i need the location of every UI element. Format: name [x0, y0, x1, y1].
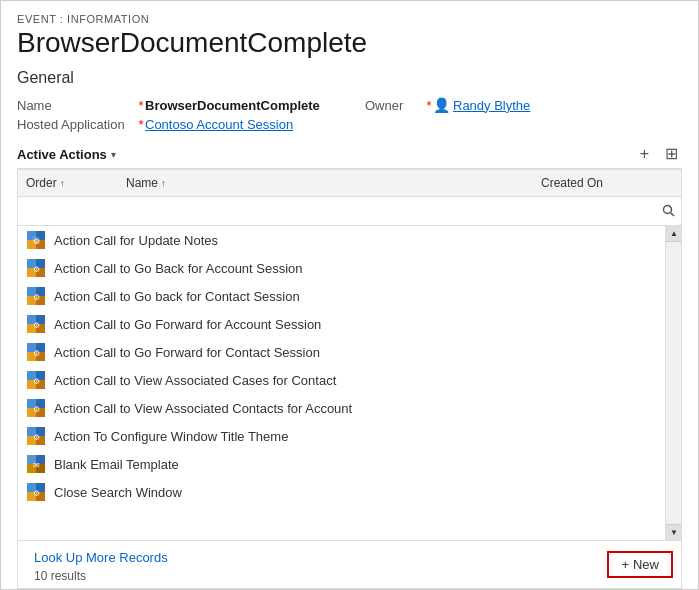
page-container: EVENT : INFORMATION BrowserDocumentCompl…	[0, 0, 699, 590]
table-header: Order ↑ Name ↑ Created On	[18, 170, 681, 197]
th-name: Name ↑	[118, 174, 533, 192]
list-item[interactable]: ⚙ Action To Configure Window Title Theme	[18, 422, 665, 450]
action-icon: ⚙	[26, 314, 46, 334]
active-actions-right: + ⊞	[636, 144, 682, 164]
action-icon: ⚙	[26, 426, 46, 446]
form-grid: Name * BrowserDocumentComplete Owner * 👤…	[17, 97, 682, 132]
svg-text:⚙: ⚙	[33, 237, 40, 246]
list-item[interactable]: ⚙ Action Call to Go back for Contact Ses…	[18, 282, 665, 310]
grid-icon-button[interactable]: ⊞	[661, 144, 682, 164]
svg-text:⚙: ⚙	[33, 405, 40, 414]
name-label: Name	[17, 98, 137, 113]
add-icon-button[interactable]: +	[636, 144, 653, 164]
scroll-down-button[interactable]: ▼	[666, 524, 681, 540]
lookup-more-link[interactable]: Look Up More Records	[26, 546, 176, 569]
th-extra	[663, 174, 681, 192]
list-item[interactable]: ⚙ Action Call to Go Back for Account Ses…	[18, 254, 665, 282]
active-actions-label: Active Actions	[17, 147, 107, 162]
owner-name[interactable]: Randy Blythe	[453, 98, 682, 113]
list-item[interactable]: ✉ Blank Email Template	[18, 450, 665, 478]
list-item[interactable]: ⚙ Action Call to View Associated Contact…	[18, 394, 665, 422]
svg-text:⚙: ⚙	[33, 293, 40, 302]
th-order: Order ↑	[18, 174, 118, 192]
owner-required: *	[426, 98, 431, 113]
hosted-app-link[interactable]: Contoso Account Session	[145, 117, 365, 132]
active-actions-left: Active Actions ▾	[17, 147, 116, 162]
section-title: General	[17, 69, 682, 87]
list-item[interactable]: ⚙ Close Search Window	[18, 478, 665, 506]
page-title: BrowserDocumentComplete	[17, 27, 682, 59]
list-item[interactable]: ⚙ Action Call to View Associated Cases f…	[18, 366, 665, 394]
svg-line-1	[671, 213, 675, 217]
list-item[interactable]: ⚙ Action Call for Update Notes	[18, 226, 665, 254]
svg-text:✉: ✉	[33, 461, 40, 470]
action-icon: ⚙	[26, 342, 46, 362]
action-icon: ⚙	[26, 482, 46, 502]
svg-text:⚙: ⚙	[33, 489, 40, 498]
list-item[interactable]: ⚙ Action Call to Go Forward for Account …	[18, 310, 665, 338]
name-required: *	[138, 98, 143, 113]
event-label: EVENT : INFORMATION	[17, 13, 682, 25]
results-list: ⚙ Action Call for Update Notes ⚙ Action …	[18, 226, 681, 540]
list-area: ⚙ Action Call for Update Notes ⚙ Action …	[18, 226, 681, 540]
svg-text:⚙: ⚙	[33, 321, 40, 330]
action-icon: ✉	[26, 454, 46, 474]
hosted-app-label: Hosted Application	[17, 117, 137, 132]
new-button-label: New	[633, 557, 659, 572]
action-icon: ⚙	[26, 398, 46, 418]
owner-label: Owner	[365, 98, 425, 113]
table-container: Order ↑ Name ↑ Created On	[17, 169, 682, 589]
svg-text:⚙: ⚙	[33, 265, 40, 274]
active-actions-chevron[interactable]: ▾	[111, 149, 116, 160]
name-value: BrowserDocumentComplete	[145, 98, 365, 113]
svg-text:⚙: ⚙	[33, 433, 40, 442]
bottom-left: Look Up More Records 10 results	[26, 546, 176, 583]
results-count: 10 results	[26, 569, 176, 583]
svg-point-0	[664, 206, 672, 214]
svg-text:⚙: ⚙	[33, 377, 40, 386]
hosted-app-required: *	[138, 117, 143, 132]
scrollbar: ▲ ▼	[665, 226, 681, 540]
bottom-section: Look Up More Records 10 results + New	[18, 540, 681, 588]
search-row	[18, 197, 681, 226]
active-actions-bar: Active Actions ▾ + ⊞	[17, 140, 682, 169]
new-button[interactable]: + New	[607, 551, 673, 578]
action-icon: ⚙	[26, 286, 46, 306]
th-created-on: Created On	[533, 174, 663, 192]
search-button[interactable]	[657, 199, 681, 223]
action-icon: ⚙	[26, 370, 46, 390]
list-item[interactable]: ⚙ Action Call to Go Forward for Contact …	[18, 338, 665, 366]
owner-person-icon: 👤	[433, 97, 453, 113]
search-input[interactable]	[18, 201, 657, 222]
svg-text:⚙: ⚙	[33, 349, 40, 358]
action-icon: ⚙	[26, 258, 46, 278]
scroll-up-button[interactable]: ▲	[666, 226, 681, 242]
new-button-icon: +	[621, 557, 629, 572]
action-icon: ⚙	[26, 230, 46, 250]
